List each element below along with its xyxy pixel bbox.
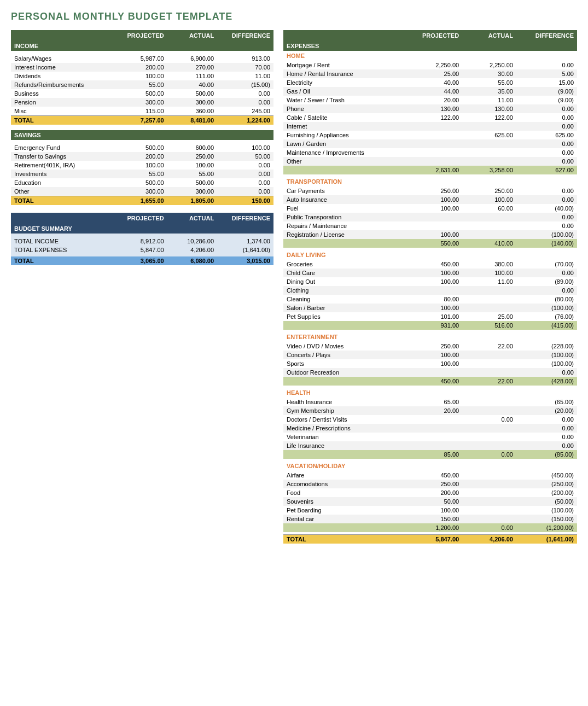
row-diff: (100.00) [516,359,577,368]
income-header-proj: PROJECTED [111,30,167,41]
row-diff: (228.00) [516,342,577,351]
subtotal-label [283,450,408,459]
expenses-data-row: Registration / License 100.00 (100.00) [283,230,577,239]
expenses-data-row: Other 0.00 [283,157,577,166]
row-actual: 22.00 [462,342,516,351]
subtotal-proj: 450.00 [408,377,462,386]
summary-header-diff: DIFFERENCE [217,213,273,224]
row-label: Medicine / Prescriptions [283,424,408,433]
total-actual: 1,805.00 [167,196,217,206]
row-label: Fuel [283,204,408,213]
expenses-data-row: Groceries 450.00 380.00 (70.00) [283,260,577,269]
expenses-header-label [283,30,408,41]
savings-table: SAVINGS Emergency Fund 500.00 600.00 100… [11,130,273,205]
row-proj: 80.00 [408,295,462,304]
subsection-name: DAILY LIVING [283,250,577,260]
row-proj: 200.00 [111,152,167,161]
expenses-data-row: Repairs / Maintenance 0.00 [283,221,577,230]
row-label: Car Payments [283,186,408,195]
expenses-data-row: Accomodations 250.00 (250.00) [283,480,577,488]
expenses-data-row: Medicine / Prescriptions 0.00 [283,424,577,433]
row-label: TOTAL EXPENSES [11,246,111,254]
row-label: Child Care [283,269,408,277]
subtotal-diff: (428.00) [516,377,577,386]
row-label: Cable / Satelite [283,113,408,122]
row-diff: 0.00 [516,195,577,204]
row-label: Pension [11,98,111,107]
row-diff: (70.00) [516,260,577,269]
row-proj: 50.00 [408,497,462,506]
row-diff: (9.00) [516,96,577,104]
row-proj: 500.00 [111,143,167,152]
row-diff: 0.00 [516,186,577,195]
row-actual [462,157,516,166]
row-proj: 115.00 [111,107,167,116]
row-diff: 70.00 [217,63,273,72]
row-label: Food [283,488,408,497]
subtotal-label [283,166,408,174]
expenses-data-row: Health Insurance 65.00 (65.00) [283,398,577,406]
income-header-label [11,30,111,41]
total-diff: (1,641.00) [516,535,577,544]
total-proj: 5,847.00 [408,535,462,544]
row-diff: (50.00) [516,497,577,506]
expenses-data-row: Public Transporation 0.00 [283,213,577,221]
row-diff: 0.00 [217,187,273,196]
row-diff: 0.00 [516,157,577,166]
subsection-name: VACATION/HOLIDAY [283,461,577,471]
row-proj [408,286,462,295]
row-diff: (450.00) [516,471,577,480]
row-label: Retirement(401K, IRA) [11,161,111,170]
row-actual: 111.00 [167,72,217,80]
expenses-subtotal-row: 2,631.00 3,258.00 627.00 [283,166,577,174]
row-diff: 0.00 [516,122,577,131]
row-proj [408,221,462,230]
income-data-row: Misc 115.00 360.00 245.00 [11,107,273,116]
expenses-data-row: Clothing 0.00 [283,286,577,295]
row-actual [462,497,516,506]
total-label: TOTAL [283,535,408,544]
row-proj [408,424,462,433]
expenses-header-proj: PROJECTED [408,30,462,41]
expenses-data-row: Concerts / Plays 100.00 (100.00) [283,351,577,359]
row-diff: 245.00 [217,107,273,116]
income-data-row: Dividends 100.00 111.00 11.00 [11,72,273,80]
expenses-data-row: Gym Membership 20.00 (20.00) [283,406,577,415]
subtotal-actual: 0.00 [462,523,516,532]
row-actual: 600.00 [167,143,217,152]
row-proj: 2,250.00 [408,61,462,69]
row-proj: 20.00 [408,406,462,415]
row-label: Emergency Fund [11,143,111,152]
expenses-header-diff: DIFFERENCE [516,30,577,41]
expenses-subsection-header: TRANSPORTATION [283,177,577,186]
savings-section-label: SAVINGS [11,130,273,140]
row-proj: 100.00 [408,269,462,277]
row-actual: 55.00 [462,78,516,87]
row-label: Interest Income [11,63,111,72]
expenses-data-row: Furnishing / Appliances 625.00 625.00 [283,131,577,139]
row-diff: 0.00 [217,178,273,187]
expenses-subtotal-row: 85.00 0.00 (85.00) [283,450,577,459]
row-diff: 100.00 [217,143,273,152]
expenses-data-row: Internet 0.00 [283,122,577,131]
page-title: PERSONAL MONTHLY BUDGET TEMPLATE [11,11,577,22]
row-diff: (20.00) [516,406,577,415]
row-proj: 65.00 [408,398,462,406]
row-label: Furnishing / Appliances [283,131,408,139]
row-proj: 20.00 [408,96,462,104]
row-proj: 100.00 [408,195,462,204]
budget-summary-data-row: TOTAL INCOME 8,912.00 10,286.00 1,374.00 [11,237,273,246]
expenses-subtotal-row: 550.00 410.00 (140.00) [283,239,577,248]
expenses-subtotal-row: 931.00 516.00 (415.00) [283,321,577,330]
subtotal-diff: (85.00) [516,450,577,459]
income-data-row: Pension 300.00 300.00 0.00 [11,98,273,107]
budget-summary-table: PROJECTED ACTUAL DIFFERENCE BUDGET SUMMA… [11,213,273,265]
row-diff: 0.00 [516,433,577,441]
row-actual [462,480,516,488]
row-diff: 0.00 [217,89,273,98]
row-actual [462,304,516,312]
savings-data-row: Education 500.00 500.00 0.00 [11,178,273,187]
row-label: Phone [283,104,408,113]
row-diff: (100.00) [516,304,577,312]
row-diff: (250.00) [516,480,577,488]
